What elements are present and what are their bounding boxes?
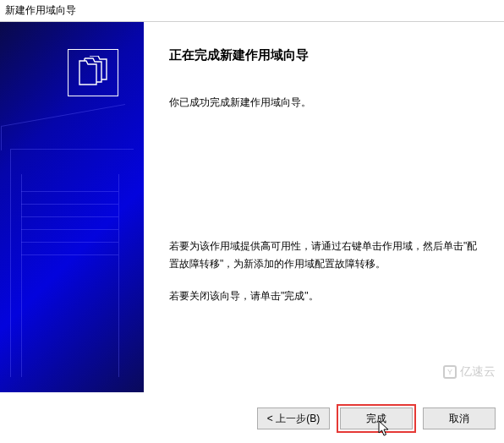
page-heading: 正在完成新建作用域向导 bbox=[169, 47, 479, 63]
ha-instruction: 若要为该作用域提供高可用性，请通过右键单击作用域，然后单击"配置故障转移"，为新… bbox=[169, 238, 479, 272]
window-titlebar: 新建作用域向导 bbox=[0, 0, 504, 22]
folders-icon bbox=[68, 49, 118, 96]
close-instruction: 若要关闭该向导，请单击"完成"。 bbox=[169, 287, 479, 304]
success-message: 你已成功完成新建作用域向导。 bbox=[169, 94, 479, 111]
finish-button[interactable]: 完成 bbox=[340, 407, 413, 429]
watermark-icon: Y bbox=[443, 365, 457, 379]
watermark-text: 亿速云 bbox=[460, 364, 496, 380]
wizard-sidebar bbox=[0, 22, 144, 392]
cancel-button[interactable]: 取消 bbox=[423, 407, 496, 429]
watermark: Y 亿速云 bbox=[443, 364, 496, 380]
finish-button-label: 完成 bbox=[366, 413, 386, 424]
back-button[interactable]: < 上一步(B) bbox=[257, 407, 330, 429]
wizard-main: 正在完成新建作用域向导 你已成功完成新建作用域向导。 若要为该作用域提供高可用性… bbox=[144, 22, 504, 394]
wizard-content: 正在完成新建作用域向导 你已成功完成新建作用域向导。 若要为该作用域提供高可用性… bbox=[0, 22, 504, 394]
finish-highlight: 完成 bbox=[337, 404, 416, 433]
window-title: 新建作用域向导 bbox=[5, 3, 76, 18]
wizard-button-row: < 上一步(B) 完成 取消 bbox=[257, 404, 496, 433]
